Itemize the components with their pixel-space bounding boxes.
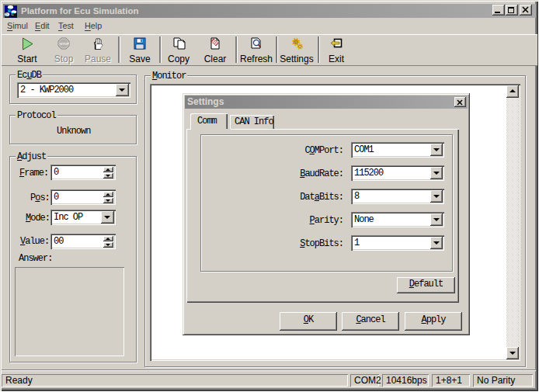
- svg-text:P: P: [5, 12, 8, 18]
- svg-text:C: C: [12, 12, 15, 17]
- svg-text:H: H: [8, 9, 11, 14]
- svg-text:STOP: STOP: [60, 42, 69, 46]
